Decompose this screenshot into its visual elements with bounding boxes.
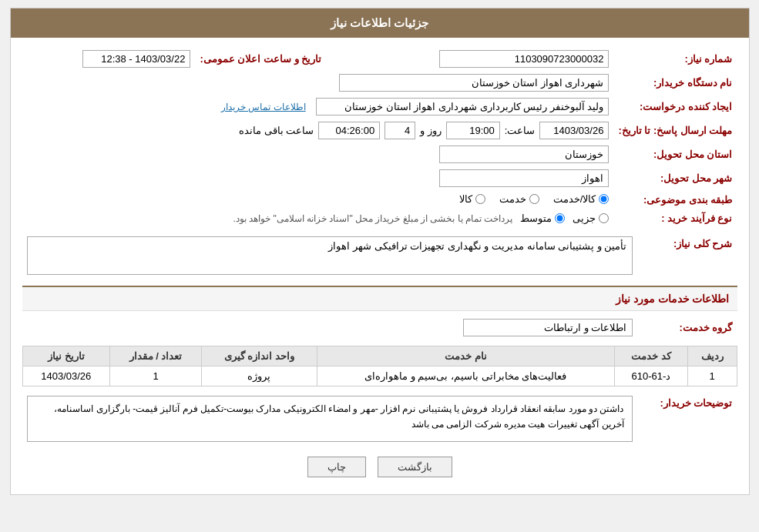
requester-label: ایجاد کننده درخواست: bbox=[613, 95, 737, 119]
process-type-label: نوع فرآیند خرید : bbox=[613, 209, 737, 227]
buyer-org-input: شهرداری اهواز استان خوزستان bbox=[339, 74, 609, 92]
delivery-city-input: اهواز bbox=[439, 169, 609, 187]
row-requester: ایجاد کننده درخواست: ولید آلبوخنفر رئیس … bbox=[22, 95, 737, 119]
services-section-header: اطلاعات خدمات مورد نیاز bbox=[22, 286, 737, 311]
requester-input: ولید آلبوخنفر رئیس کاربرداری شهرداری اهو… bbox=[316, 98, 609, 115]
response-remaining-label: ساعت باقی مانده bbox=[239, 125, 314, 136]
row-buyer-notes: توضیحات خریدار: داشتن دو مورد سابقه انعق… bbox=[22, 393, 737, 445]
row-need-description: شرح کلی نیاز: تأمین و پشتیبانی سامانه مد… bbox=[22, 233, 737, 278]
row-category: طبقه بندی موضوعی: کالا/خدمت خدمت bbox=[22, 190, 737, 209]
table-row: 1د-61-610فعالیت‌های مخابراتی باسیم، بی‌س… bbox=[22, 366, 737, 386]
process-mottasat-label: متوسط bbox=[520, 212, 552, 224]
process-jozee-radio[interactable] bbox=[599, 213, 609, 223]
process-jozee-option[interactable]: جزیی bbox=[573, 212, 609, 224]
page-header: جزئیات اطلاعات نیاز bbox=[11, 8, 749, 38]
content-area: شماره نیاز: 1103090723000032 تاریخ و ساع… bbox=[11, 38, 749, 494]
delivery-city-label: شهر محل تحویل: bbox=[613, 166, 737, 190]
response-deadline-label: مهلت ارسال پاسخ: تا تاریخ: bbox=[613, 119, 737, 142]
response-time-input: 19:00 bbox=[446, 122, 500, 139]
buyer-notes-table: توضیحات خریدار: داشتن دو مورد سابقه انعق… bbox=[22, 393, 737, 445]
cell-quantity: 1 bbox=[110, 366, 202, 386]
category-khedmat-radio[interactable] bbox=[529, 194, 539, 204]
row-service-group: گروه خدمت: اطلاعات و ارتباطات bbox=[22, 316, 737, 340]
need-description-textarea: تأمین و پشتیبانی سامانه مدیریت و نگهداری… bbox=[27, 236, 633, 275]
cell-name: فعالیت‌های مخابراتی باسیم، بی‌سیم و ماهو… bbox=[317, 366, 614, 386]
print-button[interactable]: چاپ bbox=[307, 457, 366, 477]
need-description-value: تأمین و پشتیبانی سامانه مدیریت و نگهداری… bbox=[22, 233, 637, 278]
contact-link[interactable]: اطلاعات تماس خریدار bbox=[221, 102, 306, 112]
delivery-province-input: خوزستان bbox=[439, 146, 609, 163]
service-group-input: اطلاعات و ارتباطات bbox=[463, 319, 633, 336]
response-days-label: روز و bbox=[420, 125, 442, 136]
service-group-value: اطلاعات و ارتباطات bbox=[22, 316, 637, 340]
process-mottasat-radio[interactable] bbox=[555, 213, 565, 223]
announce-datetime-label: تاریخ و ساعت اعلان عمومی: bbox=[195, 47, 326, 71]
cell-row: 1 bbox=[687, 366, 737, 386]
announce-datetime-input: 1403/03/22 - 12:38 bbox=[82, 50, 190, 68]
category-label: طبقه بندی موضوعی: bbox=[613, 190, 737, 209]
process-mottasat-option[interactable]: متوسط bbox=[520, 212, 565, 224]
delivery-province-label: استان محل تحویل: bbox=[613, 142, 737, 166]
requester-value: ولید آلبوخنفر رئیس کاربرداری شهرداری اهو… bbox=[22, 95, 614, 119]
buyer-org-value: شهرداری اهواز استان خوزستان bbox=[22, 71, 614, 95]
category-kala-khedmat-radio[interactable] bbox=[599, 194, 609, 204]
response-deadline-value: 1403/03/26 ساعت: 19:00 روز و 4 04:26:00 … bbox=[22, 119, 614, 142]
buyer-notes-content: داشتن دو مورد سابقه انعقاد قرارداد فروش … bbox=[27, 396, 633, 442]
row-process-type: نوع فرآیند خرید : جزیی متوسط پرداخت تمام… bbox=[22, 209, 737, 227]
process-jozee-label: جزیی bbox=[573, 212, 596, 224]
row-buyer-org: نام دستگاه خریدار: شهرداری اهواز استان خ… bbox=[22, 71, 737, 95]
page-container: جزئیات اطلاعات نیاز شماره نیاز: 11030907… bbox=[10, 8, 750, 495]
category-radio-group: کالا/خدمت خدمت کالا bbox=[459, 193, 610, 205]
services-table-header: ردیف کد خدمت نام خدمت واحد اندازه گیری ت… bbox=[22, 346, 737, 366]
col-code: کد خدمت bbox=[614, 346, 687, 366]
col-name: نام خدمت bbox=[317, 346, 614, 366]
need-description-table: شرح کلی نیاز: تأمین و پشتیبانی سامانه مد… bbox=[22, 233, 737, 278]
category-kala-khedmat-label: کالا/خدمت bbox=[553, 193, 596, 205]
service-group-label: گروه خدمت: bbox=[637, 316, 737, 340]
category-kala-radio[interactable] bbox=[475, 194, 485, 204]
col-date: تاریخ نیاز bbox=[22, 346, 110, 366]
row-response-deadline: مهلت ارسال پاسخ: تا تاریخ: 1403/03/26 سا… bbox=[22, 119, 737, 142]
category-khedmat-label: خدمت bbox=[499, 193, 526, 205]
category-value: کالا/خدمت خدمت کالا bbox=[22, 190, 614, 209]
back-button[interactable]: بازگشت bbox=[378, 457, 452, 477]
col-unit: واحد اندازه گیری bbox=[201, 346, 317, 366]
response-remaining-input: 04:26:00 bbox=[318, 122, 380, 139]
process-type-value: جزیی متوسط پرداخت تمام یا بخشی از مبلغ خ… bbox=[22, 209, 614, 227]
col-quantity: تعداد / مقدار bbox=[110, 346, 202, 366]
row-delivery-city: شهر محل تحویل: اهواز bbox=[22, 166, 737, 190]
response-days-input: 4 bbox=[385, 122, 415, 139]
category-khedmat-option[interactable]: خدمت bbox=[499, 193, 539, 205]
need-description-label: شرح کلی نیاز: bbox=[637, 233, 737, 278]
delivery-province-value: خوزستان bbox=[22, 142, 614, 166]
cell-date: 1403/03/26 bbox=[22, 366, 110, 386]
row-need-number: شماره نیاز: 1103090723000032 تاریخ و ساع… bbox=[22, 47, 737, 71]
process-description: پرداخت تمام یا بخشی از مبلغ خریداز محل "… bbox=[233, 213, 513, 224]
need-number-label: شماره نیاز: bbox=[613, 47, 737, 71]
category-kala-label: کالا bbox=[459, 193, 472, 205]
buyer-notes-label: توضیحات خریدار: bbox=[637, 393, 737, 445]
response-date-input: 1403/03/26 bbox=[539, 122, 609, 139]
cell-code: د-61-610 bbox=[614, 366, 687, 386]
buttons-row: چاپ بازگشت bbox=[22, 457, 737, 477]
need-number-input: 1103090723000032 bbox=[439, 50, 609, 68]
response-time-label: ساعت: bbox=[505, 125, 536, 136]
main-info-table: شماره نیاز: 1103090723000032 تاریخ و ساع… bbox=[22, 47, 737, 227]
buyer-org-label: نام دستگاه خریدار: bbox=[613, 71, 737, 95]
delivery-city-value: اهواز bbox=[22, 166, 614, 190]
buyer-notes-value: داشتن دو مورد سابقه انعقاد قرارداد فروش … bbox=[22, 393, 637, 445]
row-delivery-province: استان محل تحویل: خوزستان bbox=[22, 142, 737, 166]
announce-datetime-value: 1403/03/22 - 12:38 bbox=[22, 47, 196, 71]
service-group-table: گروه خدمت: اطلاعات و ارتباطات bbox=[22, 316, 737, 340]
category-kala-option[interactable]: کالا bbox=[459, 193, 485, 205]
category-kala-khedmat-option[interactable]: کالا/خدمت bbox=[553, 193, 610, 205]
need-number-value: 1103090723000032 bbox=[349, 47, 613, 71]
page-title: جزئیات اطلاعات نیاز bbox=[331, 16, 428, 29]
col-row: ردیف bbox=[687, 346, 737, 366]
cell-unit: پروژه bbox=[201, 366, 317, 386]
services-table: ردیف کد خدمت نام خدمت واحد اندازه گیری ت… bbox=[22, 346, 737, 386]
